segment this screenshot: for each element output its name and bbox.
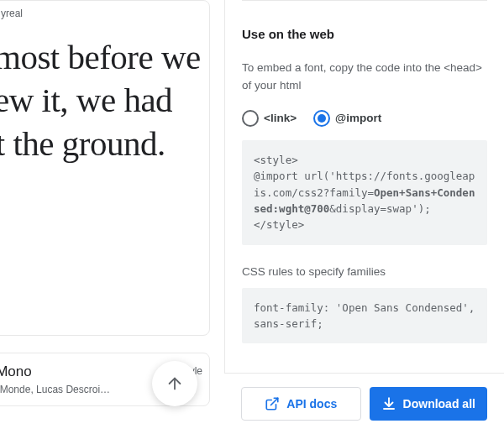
panel-description: To embed a font, copy the code into the … [242,60,487,95]
embed-panel: Use on the web To embed a font, copy the… [224,0,504,434]
api-docs-label: API docs [286,397,337,410]
font-foundry-label: yreal [1,8,201,19]
radio-option-link-label: <link> [264,112,297,124]
download-all-button[interactable]: Download all [370,387,488,421]
embed-method-radio-group: <link> @import [242,110,487,127]
download-all-label: Download all [403,397,475,410]
radio-option-import-label: @import [335,112,381,124]
radio-icon [242,110,259,127]
divider [242,0,487,1]
radio-option-link[interactable]: <link> [242,110,297,127]
css-rules-label: CSS rules to specify families [242,265,487,278]
open-in-new-icon [265,396,280,411]
download-icon [381,396,396,411]
font-sample-text: Almost before we knew it, we had left th… [0,36,201,165]
scroll-top-button[interactable] [152,361,197,406]
panel-footer: API docs Download all [224,373,504,434]
arrow-up-icon [165,374,184,393]
radio-selected-icon [313,110,330,127]
css-rule-block[interactable]: font-family: 'Open Sans Condensed', sans… [242,288,487,344]
api-docs-button[interactable]: API docs [241,387,361,421]
embed-code-block[interactable]: <style> @import url('https://fonts.googl… [242,140,487,245]
font-preview-card[interactable]: yreal Almost before we knew it, we had l… [0,0,210,336]
radio-option-import[interactable]: @import [313,110,381,127]
panel-heading: Use on the web [242,27,487,41]
svg-line-1 [271,398,278,405]
